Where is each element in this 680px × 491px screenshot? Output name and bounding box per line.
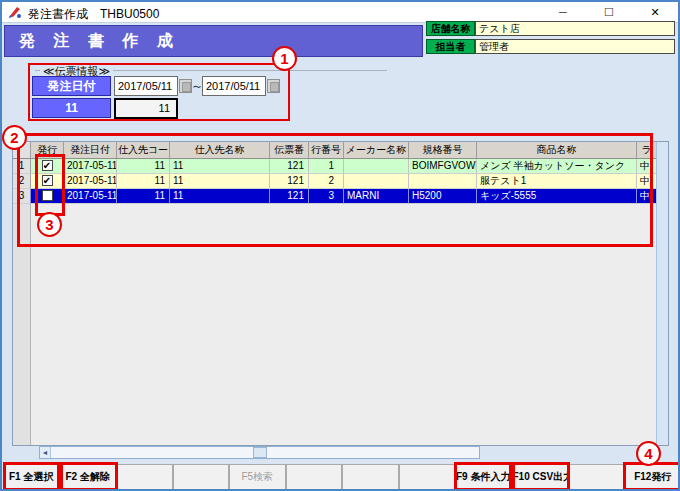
date-to-picker-button[interactable] bbox=[267, 79, 280, 93]
scroll-left-arrow-icon[interactable]: ◄ bbox=[40, 447, 51, 458]
cell-maker-name: MARNI bbox=[344, 189, 409, 204]
order-date-from-input[interactable]: 2017/05/11 bbox=[114, 76, 178, 96]
function-key-bar: F1 全選択 F2 全解除 F5検索 F9 条件入力 F10 CSV出力 F12… bbox=[3, 464, 680, 490]
cell-order-date: 2017-05-11 bbox=[64, 189, 117, 204]
store-name-label: 店舗名称 bbox=[426, 21, 475, 36]
col-header-spec-no[interactable]: 規格番号 bbox=[409, 142, 477, 159]
col-header-slip-no[interactable]: 伝票番号 bbox=[270, 142, 309, 159]
col-header-truncated[interactable]: ラ bbox=[637, 142, 657, 159]
cell-truncated: 中 bbox=[637, 189, 657, 204]
screen-header-band: 発 注 書 作 成 bbox=[4, 25, 423, 57]
f8-button[interactable] bbox=[399, 464, 456, 490]
cell-slip-no: 121 bbox=[270, 174, 309, 189]
col-header-supplier-name[interactable]: 仕入先名称 bbox=[170, 142, 270, 159]
f1-select-all-button[interactable]: F1 全選択 bbox=[3, 464, 60, 490]
cell-spec-no bbox=[409, 174, 477, 189]
page-title: 発 注 書 作 成 bbox=[5, 26, 422, 56]
table-row-selected[interactable]: 3 2017-05-11 11 11 121 3 MARNI H5200 キッズ… bbox=[13, 189, 657, 204]
cell-supplier-code: 11 bbox=[117, 174, 170, 189]
cell-maker-name bbox=[344, 159, 409, 174]
cell-line-no: 2 bbox=[309, 174, 344, 189]
supplier-code-label: 11 bbox=[32, 98, 111, 118]
f10-csv-export-button[interactable]: F10 CSV出力 bbox=[512, 464, 569, 490]
order-date-to-input[interactable]: 2017/05/11 bbox=[202, 76, 266, 96]
window-title: 発注書作成 THBU0500 bbox=[28, 6, 159, 23]
cell-supplier-code: 11 bbox=[117, 159, 170, 174]
row-checkbox[interactable]: ✔ bbox=[42, 175, 53, 186]
cell-product-name: 服テスト1 bbox=[477, 174, 637, 189]
col-header-issue[interactable]: 発行 bbox=[31, 142, 64, 159]
manager-value: 管理者 bbox=[475, 39, 675, 54]
order-date-label: 発注日付 bbox=[32, 76, 111, 96]
row-number: 1 bbox=[13, 159, 31, 174]
cell-truncated: 中 bbox=[637, 174, 657, 189]
row-checkbox[interactable]: ✔ bbox=[42, 160, 53, 171]
f12-issue-button[interactable]: F12発行 bbox=[625, 464, 680, 490]
issue-checkbox-cell[interactable]: ✔ bbox=[31, 174, 64, 189]
row-number: 2 bbox=[13, 174, 31, 189]
row-checkbox[interactable] bbox=[42, 190, 53, 201]
scrollbar-thumb[interactable] bbox=[253, 447, 267, 458]
order-grid: 発行 発注日付 仕入先コード 仕入先名称 伝票番号 行番号 メーカー名称 規格番… bbox=[12, 141, 669, 446]
grid-horizontal-scrollbar[interactable]: ◄ bbox=[39, 446, 480, 459]
col-header-maker-name[interactable]: メーカー名称 bbox=[344, 142, 409, 159]
cell-truncated: 中 bbox=[637, 159, 657, 174]
cell-order-date: 2017-05-11 bbox=[64, 159, 117, 174]
f3-button[interactable] bbox=[116, 464, 173, 490]
cell-spec-no: H5200 bbox=[409, 189, 477, 204]
f7-button[interactable] bbox=[342, 464, 399, 490]
f2-deselect-all-button[interactable]: F2 全解除 bbox=[60, 464, 117, 490]
table-row[interactable]: 1 ✔ 2017-05-11 11 11 121 1 BOIMFGVOWE メン… bbox=[13, 159, 657, 174]
annotation-circle-1: 1 bbox=[272, 46, 297, 71]
cell-spec-no: BOIMFGVOWE bbox=[409, 159, 477, 174]
f9-condition-input-button[interactable]: F9 条件入力 bbox=[455, 464, 512, 490]
cell-line-no: 1 bbox=[309, 159, 344, 174]
minimize-button[interactable]: ─ bbox=[540, 2, 586, 22]
cell-maker-name bbox=[344, 174, 409, 189]
supplier-code-input[interactable]: 11 bbox=[114, 98, 178, 119]
col-header-product-name[interactable]: 商品名称 bbox=[477, 142, 637, 159]
annotation-circle-3: 3 bbox=[37, 212, 62, 237]
cell-order-date: 2017-05-11 bbox=[64, 174, 117, 189]
f6-button[interactable] bbox=[286, 464, 343, 490]
grid-vertical-scrollbar[interactable] bbox=[656, 142, 668, 445]
cell-slip-no: 121 bbox=[270, 189, 309, 204]
store-name-value: テスト店 bbox=[475, 21, 675, 36]
manager-label: 担当者 bbox=[426, 39, 475, 54]
f4-button[interactable] bbox=[173, 464, 230, 490]
cell-supplier-code: 11 bbox=[117, 189, 170, 204]
grid-header-row: 発行 発注日付 仕入先コード 仕入先名称 伝票番号 行番号 メーカー名称 規格番… bbox=[13, 142, 657, 159]
f11-button[interactable] bbox=[568, 464, 625, 490]
col-header-line-no[interactable]: 行番号 bbox=[309, 142, 344, 159]
annotation-circle-2: 2 bbox=[2, 125, 27, 150]
cell-supplier-name: 11 bbox=[170, 189, 270, 204]
cell-line-no: 3 bbox=[309, 189, 344, 204]
cell-supplier-name: 11 bbox=[170, 159, 270, 174]
issue-checkbox-cell[interactable] bbox=[31, 189, 64, 204]
issue-checkbox-cell[interactable]: ✔ bbox=[31, 159, 64, 174]
cell-product-name: メンズ 半袖カットソー・タンク bbox=[477, 159, 637, 174]
cell-slip-no: 121 bbox=[270, 159, 309, 174]
col-header-order-date[interactable]: 発注日付 bbox=[64, 142, 117, 159]
cell-supplier-name: 11 bbox=[170, 174, 270, 189]
app-icon bbox=[8, 5, 22, 19]
cell-product-name: キッズ-5555 bbox=[477, 189, 637, 204]
application-window: 発注書作成 THBU0500 ─ ☐ ✕ 発 注 書 作 成 店舗名称 テスト店… bbox=[0, 0, 680, 491]
title-bar: 発注書作成 THBU0500 ─ ☐ ✕ bbox=[2, 2, 678, 23]
f5-search-button: F5検索 bbox=[229, 464, 286, 490]
maximize-button[interactable]: ☐ bbox=[586, 2, 632, 22]
table-row[interactable]: 2 ✔ 2017-05-11 11 11 121 2 服テスト1 中 bbox=[13, 174, 657, 189]
col-header-supplier-code[interactable]: 仕入先コード bbox=[117, 142, 170, 159]
close-button[interactable]: ✕ bbox=[632, 2, 678, 22]
grid-body: 発行 発注日付 仕入先コード 仕入先名称 伝票番号 行番号 メーカー名称 規格番… bbox=[13, 142, 657, 445]
row-number: 3 bbox=[13, 189, 31, 204]
annotation-circle-4: 4 bbox=[636, 441, 661, 466]
